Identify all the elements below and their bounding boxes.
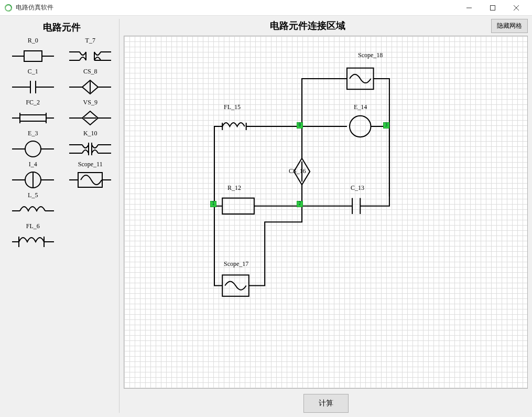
palette-item-FC_2[interactable]: FC_2: [4, 99, 62, 129]
node-3[interactable]: 3: [383, 122, 389, 129]
circle-icon: [4, 138, 62, 159]
csrc_h-icon: [62, 108, 120, 129]
svg-rect-4: [24, 51, 42, 61]
minimize-button[interactable]: [457, 0, 481, 16]
palette-item-label: CS_8: [62, 68, 120, 76]
bottom-bar: 计算: [124, 392, 528, 413]
component-palette: 电路元件 R_0T_7C_1CS_8FC_2VS_9E_3K_10I_4Scop…: [4, 19, 120, 413]
titlebar: 电路仿真软件: [0, 0, 532, 16]
palette-title: 电路元件: [4, 21, 119, 34]
palette-item-label: C_1: [4, 68, 62, 76]
label-Scope_17: Scope_17: [224, 260, 248, 268]
node-0[interactable]: 0: [297, 122, 303, 129]
palette-item-K_10[interactable]: K_10: [62, 130, 120, 159]
transformer-icon: [62, 46, 120, 67]
svg-rect-1: [490, 5, 495, 10]
palette-item-C_1[interactable]: C_1: [4, 68, 62, 98]
label-Scope_18: Scope_18: [358, 51, 383, 59]
circle_pipe-icon: [4, 169, 62, 190]
canvas-panel: 电路元件连接区域 隐藏网格: [124, 19, 528, 413]
fl-icon: [4, 231, 62, 252]
capacitor-icon: [4, 77, 62, 98]
palette-item-L_5[interactable]: L_5: [4, 191, 62, 221]
palette-item-label: VS_9: [62, 99, 120, 106]
palette-item-FL_6[interactable]: FL_6: [4, 222, 62, 252]
window-title: 电路仿真软件: [16, 3, 53, 12]
fc-icon: [4, 108, 62, 129]
palette-item-label: E_3: [4, 130, 62, 137]
palette-item-R_0[interactable]: R_0: [4, 37, 62, 67]
maximize-button[interactable]: [481, 0, 504, 16]
inductor-icon: [4, 200, 62, 221]
palette-item-label: R_0: [4, 37, 62, 45]
palette-item-E_3[interactable]: E_3: [4, 130, 62, 159]
svg-rect-8: [78, 173, 102, 187]
circuit-canvas[interactable]: Scope_18 E_14 FL_15 CS_16 R_12 C_13 Scop…: [124, 36, 528, 389]
label-C_13: C_13: [351, 184, 364, 192]
palette-item-T_7[interactable]: T_7: [62, 37, 120, 67]
canvas-title: 电路元件连接区域: [124, 19, 491, 32]
palette-item-CS_8[interactable]: CS_8: [62, 68, 120, 98]
resistor-icon: [4, 46, 62, 67]
hide-grid-button[interactable]: 隐藏网格: [491, 19, 528, 33]
canvas-header: 电路元件连接区域 隐藏网格: [124, 19, 528, 33]
palette-item-I_4[interactable]: I_4: [4, 161, 62, 190]
palette-item-Scope_11[interactable]: Scope_11: [62, 161, 120, 190]
palette-item-label: Scope_11: [62, 161, 120, 168]
node-2[interactable]: 2: [297, 201, 303, 207]
label-R_12: R_12: [227, 184, 241, 192]
palette-item-empty: [62, 222, 120, 252]
svg-point-6: [25, 141, 41, 157]
palette-item-label: K_10: [62, 130, 120, 137]
label-E_14: E_14: [354, 103, 367, 111]
svg-rect-13: [222, 198, 254, 214]
palette-item-label: L_5: [4, 191, 62, 199]
svg-point-10: [350, 116, 371, 137]
csrc_v-icon: [62, 77, 120, 98]
transformer2-icon: [62, 138, 120, 159]
palette-item-label: I_4: [4, 161, 62, 168]
app-icon: [4, 4, 13, 12]
compute-button[interactable]: 计算: [303, 394, 349, 413]
close-button[interactable]: [504, 0, 528, 16]
label-FL_15: FL_15: [224, 103, 241, 111]
label-CS_16: CS_16: [289, 167, 306, 175]
palette-item-label: FL_6: [4, 222, 62, 230]
palette-item-VS_9[interactable]: VS_9: [62, 99, 120, 129]
scope-icon: [62, 169, 120, 190]
svg-rect-5: [20, 115, 46, 121]
node-1[interactable]: 1: [210, 201, 216, 207]
palette-item-empty: [62, 191, 120, 221]
palette-item-label: T_7: [62, 37, 120, 45]
client-area: 电路元件 R_0T_7C_1CS_8FC_2VS_9E_3K_10I_4Scop…: [0, 16, 532, 417]
canvas-drawing: [124, 36, 527, 387]
palette-item-label: FC_2: [4, 99, 62, 106]
